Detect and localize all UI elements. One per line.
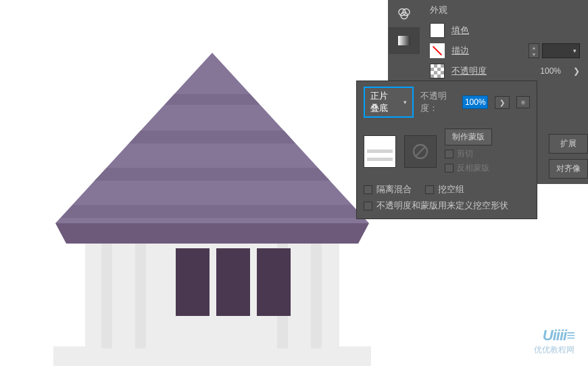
make-mask-button[interactable]: 制作蒙版 xyxy=(445,129,492,145)
gradient-tab-icon[interactable] xyxy=(389,27,420,54)
object-thumbnail[interactable] xyxy=(364,135,396,168)
blend-mode-dropdown[interactable]: 正片叠底 ▾ xyxy=(364,87,414,118)
clip-label: 剪切 xyxy=(457,148,473,160)
knockout-checkbox[interactable] xyxy=(425,185,434,194)
expand-button[interactable]: 扩展 xyxy=(549,134,588,154)
knockout-shape-checkbox[interactable] xyxy=(364,202,372,210)
stroke-label[interactable]: 描边 xyxy=(451,45,469,57)
opacity-label: 不透明度： xyxy=(420,90,456,114)
stroke-weight-dropdown[interactable]: ▾ xyxy=(542,43,580,58)
panel-menu-icon[interactable]: ≡ xyxy=(516,96,530,108)
appearance-opacity-value: 100% xyxy=(540,66,561,76)
svg-rect-2 xyxy=(101,244,112,348)
appearance-opacity-row: 不透明度 100% ❯ xyxy=(422,61,588,81)
fill-row: 填色 xyxy=(422,20,588,41)
opacity-swatch[interactable] xyxy=(430,64,445,78)
svg-marker-11 xyxy=(165,94,260,105)
svg-rect-3 xyxy=(135,244,146,348)
svg-marker-13 xyxy=(95,168,330,181)
swatches-tab-icon[interactable] xyxy=(389,0,420,27)
svg-marker-9 xyxy=(55,223,369,244)
stroke-swatch[interactable] xyxy=(430,43,445,58)
watermark-logo: Uiiii≡ xyxy=(534,327,574,344)
stroke-weight-stepper[interactable]: ▲▼ xyxy=(529,43,539,58)
no-mask-icon xyxy=(412,143,429,160)
watermark: Uiiii≡ 优优教程网 xyxy=(534,327,574,356)
isolate-checkbox[interactable] xyxy=(364,185,372,194)
knockout-shape-row: 不透明度和蒙版用来定义挖空形状 xyxy=(364,200,530,212)
invert-checkbox[interactable] xyxy=(445,164,454,173)
clip-row: 剪切 xyxy=(445,148,492,160)
fill-label[interactable]: 填色 xyxy=(451,24,469,37)
svg-marker-14 xyxy=(61,205,364,218)
opacity-expand-button[interactable]: ❯ xyxy=(495,96,510,109)
svg-line-20 xyxy=(416,147,425,156)
blend-mode-value: 正片叠底 xyxy=(370,90,397,114)
transparency-panel: 正片叠底 ▾ 不透明度： ❯ ≡ 制作蒙版 剪切 反相蒙版 隔离混合 xyxy=(356,81,537,219)
appearance-title: 外观 xyxy=(422,0,588,20)
mask-row: 制作蒙版 剪切 反相蒙版 xyxy=(357,123,537,179)
svg-rect-6 xyxy=(176,248,210,316)
mask-thumbnail[interactable] xyxy=(404,135,437,168)
chevron-down-icon: ▾ xyxy=(403,99,407,106)
svg-rect-18 xyxy=(398,36,410,45)
watermark-text: 优优教程网 xyxy=(534,344,574,356)
svg-marker-12 xyxy=(129,131,295,143)
appearance-opacity-chevron[interactable]: ❯ xyxy=(573,66,580,76)
knockout-shape-label: 不透明度和蒙版用来定义挖空形状 xyxy=(376,200,508,212)
stroke-row: 描边 ▲▼ ▾ xyxy=(422,41,588,61)
clip-checkbox[interactable] xyxy=(445,150,454,158)
appearance-opacity-label[interactable]: 不透明度 xyxy=(451,65,487,77)
isolate-knockout-row: 隔离混合 挖空组 xyxy=(364,183,530,196)
opacity-input[interactable] xyxy=(462,95,488,109)
invert-label: 反相蒙版 xyxy=(457,162,489,174)
invert-row: 反相蒙版 xyxy=(445,162,492,174)
align-button[interactable]: 对齐像 xyxy=(549,159,588,179)
isolate-label: 隔离混合 xyxy=(376,183,412,196)
transparency-header: 正片叠底 ▾ 不透明度： ❯ ≡ xyxy=(357,81,537,123)
svg-rect-8 xyxy=(257,248,291,316)
fill-swatch[interactable] xyxy=(430,23,445,38)
svg-rect-1 xyxy=(85,225,339,353)
svg-rect-5 xyxy=(311,244,322,348)
knockout-label: 挖空组 xyxy=(438,183,464,196)
panel-tabs xyxy=(388,0,420,81)
svg-rect-7 xyxy=(216,248,250,316)
